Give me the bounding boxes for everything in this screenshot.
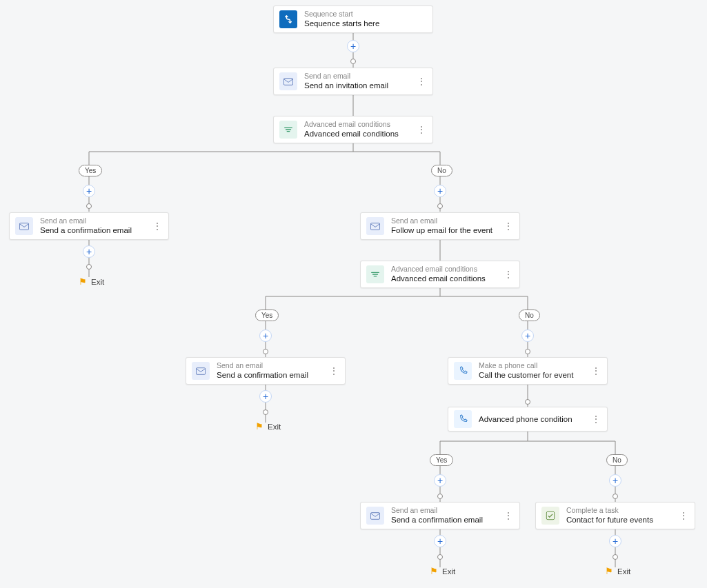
connector-dot	[525, 399, 530, 405]
more-icon[interactable]: ⋮	[417, 124, 427, 135]
node-send-invitation-email[interactable]: Send an email Send an invitation email ⋮	[273, 68, 433, 95]
node-title-label: Send an invitation email	[304, 81, 388, 91]
more-icon[interactable]: ⋮	[417, 76, 427, 87]
add-step-button[interactable]: +	[259, 390, 272, 403]
branch-label-no: No	[519, 310, 540, 321]
email-icon	[15, 217, 33, 235]
add-step-button[interactable]: +	[83, 185, 95, 197]
phone-condition-icon	[454, 410, 472, 428]
email-icon	[279, 72, 297, 90]
add-step-button[interactable]: +	[609, 474, 621, 487]
connector-dot	[525, 349, 530, 354]
node-send-confirmation-email-3[interactable]: Send an email Send a confirmation email …	[360, 502, 520, 529]
add-step-button[interactable]: +	[434, 185, 446, 197]
connector-dot	[263, 349, 268, 354]
node-title-label: Send a confirmation email	[40, 225, 132, 236]
node-title-label: Contact for future events	[566, 515, 653, 525]
exit-label: Exit	[617, 567, 630, 576]
svg-rect-24	[370, 512, 379, 519]
more-icon[interactable]: ⋮	[504, 269, 514, 280]
add-step-button[interactable]: +	[434, 535, 446, 547]
add-step-button[interactable]: +	[521, 330, 534, 342]
more-icon[interactable]: ⋮	[591, 414, 601, 425]
node-sequence-start[interactable]: Sequence start Sequence starts here	[273, 6, 433, 33]
node-type-label: Complete a task	[566, 506, 653, 516]
node-advanced-email-conditions-1[interactable]: Advanced email conditions Advanced email…	[273, 116, 433, 143]
connector-dot	[613, 554, 618, 560]
branch-label-yes: Yes	[79, 165, 102, 176]
condition-icon	[366, 265, 384, 283]
add-step-button[interactable]: +	[434, 474, 446, 487]
exit-marker: ⚑ Exit	[255, 421, 281, 432]
phone-icon	[454, 362, 472, 380]
node-type-label: Send an email	[304, 72, 388, 81]
flag-icon: ⚑	[430, 566, 438, 576]
add-step-button[interactable]: +	[347, 40, 359, 52]
branch-label-no: No	[606, 454, 628, 466]
svg-rect-20	[283, 78, 292, 85]
node-title-label: Call the customer for event	[479, 370, 573, 381]
flag-icon: ⚑	[79, 276, 87, 287]
connector-dot	[437, 203, 443, 209]
connector-dot	[350, 59, 356, 64]
svg-rect-22	[370, 223, 379, 230]
email-icon	[192, 362, 210, 380]
node-title-label: Advanced phone condition	[479, 414, 572, 425]
connector-dot	[613, 494, 618, 499]
exit-label: Exit	[268, 423, 281, 431]
more-icon[interactable]: ⋮	[504, 510, 514, 521]
node-send-confirmation-email-1[interactable]: Send an email Send a confirmation email …	[9, 212, 169, 240]
email-icon	[366, 217, 384, 235]
connector-dot	[437, 554, 443, 560]
connector-dot	[86, 203, 92, 209]
branch-label-yes: Yes	[430, 454, 453, 466]
node-type-label: Make a phone call	[479, 361, 573, 371]
exit-marker: ⚑ Exit	[79, 276, 104, 287]
node-advanced-phone-condition[interactable]: Advanced phone condition ⋮	[448, 407, 608, 432]
exit-label: Exit	[442, 567, 455, 576]
node-title-label: Send a confirmation email	[391, 515, 483, 525]
connector-dot	[263, 409, 268, 415]
node-type-label: Send an email	[217, 361, 308, 371]
node-send-confirmation-email-2[interactable]: Send an email Send a confirmation email …	[186, 357, 346, 385]
node-type-label: Send an email	[391, 216, 492, 226]
svg-rect-21	[19, 223, 28, 230]
sequence-canvas: Sequence start Sequence starts here + Se…	[0, 0, 707, 588]
node-contact-future-events[interactable]: Complete a task Contact for future event…	[535, 502, 695, 529]
more-icon[interactable]: ⋮	[504, 221, 514, 232]
add-step-button[interactable]: +	[609, 535, 621, 547]
node-type-label: Send an email	[391, 506, 483, 516]
more-icon[interactable]: ⋮	[152, 221, 163, 232]
flag-icon: ⚑	[605, 566, 613, 576]
node-type-label: Sequence start	[304, 10, 379, 19]
connector-dot	[86, 264, 92, 270]
node-type-label: Advanced email conditions	[391, 265, 486, 274]
connector-dot	[437, 494, 443, 499]
branch-icon	[279, 10, 297, 28]
node-call-customer[interactable]: Make a phone call Call the customer for …	[448, 357, 608, 385]
node-type-label: Advanced email conditions	[304, 120, 399, 130]
exit-marker: ⚑ Exit	[430, 566, 455, 576]
condition-icon	[279, 121, 297, 139]
add-step-button[interactable]: +	[259, 330, 272, 342]
branch-label-no: No	[431, 165, 452, 176]
node-title-label: Follow up email for the event	[391, 225, 492, 236]
node-title-label: Advanced email conditions	[391, 274, 486, 284]
node-title-label: Sequence starts here	[304, 19, 379, 29]
node-type-label: Send an email	[40, 216, 132, 226]
node-advanced-email-conditions-2[interactable]: Advanced email conditions Advanced email…	[360, 261, 520, 288]
more-icon[interactable]: ⋮	[329, 365, 339, 376]
svg-rect-25	[546, 511, 554, 519]
flag-icon: ⚑	[255, 421, 263, 432]
task-icon	[541, 507, 559, 525]
exit-marker: ⚑ Exit	[605, 566, 630, 576]
svg-rect-23	[196, 367, 205, 374]
more-icon[interactable]: ⋮	[591, 365, 601, 376]
add-step-button[interactable]: +	[83, 245, 95, 258]
node-title-label: Send a confirmation email	[217, 370, 308, 381]
branch-label-yes: Yes	[255, 310, 279, 321]
more-icon[interactable]: ⋮	[679, 510, 689, 521]
exit-label: Exit	[91, 278, 104, 286]
node-follow-up-email[interactable]: Send an email Follow up email for the ev…	[360, 212, 520, 240]
email-icon	[366, 507, 384, 525]
